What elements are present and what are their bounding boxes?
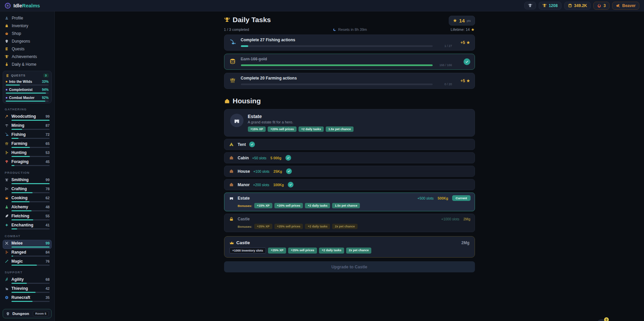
quest-dot [6, 97, 7, 99]
skill-progress-fill [11, 192, 33, 193]
quest-item[interactable]: Completionist94% [6, 88, 49, 94]
skill-row-runecraft[interactable]: Runecraft35 [3, 294, 52, 303]
skill-row-fletching[interactable]: Fletching55 [3, 213, 52, 222]
skill-name: Alchemy [11, 205, 28, 209]
header-stat-trophies[interactable]: 1208 [539, 2, 561, 10]
skill-row-smithing[interactable]: Smithing99 [3, 176, 52, 185]
skill-level: 99 [46, 178, 50, 182]
skill-row-mining[interactable]: Mining87 [3, 122, 52, 131]
quest-progress-fill [6, 93, 46, 94]
skill-row-woodcutting[interactable]: Woodcutting99 [3, 113, 52, 122]
skill-row-cooking[interactable]: Cooking62 [3, 195, 52, 204]
skill-row-enchanting[interactable]: Enchanting41 [3, 222, 52, 231]
task-progress-count: 166 / 166 [435, 63, 452, 67]
skill-row-hunting[interactable]: Hunting53 [3, 149, 52, 158]
streak-icon [597, 3, 601, 8]
skill-level: 42 [46, 286, 50, 290]
housing-tier-manor[interactable]: Manor+200 slots100Kg [224, 179, 475, 190]
tasks-reset-timer: Resets in 8h 39m [333, 28, 367, 32]
quest-tracker-header: QUESTS 3 [6, 73, 49, 77]
skill-progress-fill [11, 120, 50, 121]
skill-row-top: Melee99 [5, 241, 50, 246]
quest-item[interactable]: Into the Wilds33% [6, 79, 49, 86]
quest-name: Into the Wilds [9, 79, 32, 84]
skill-row-thieving[interactable]: Thieving42 [3, 285, 52, 294]
housing-title: Housing [224, 97, 475, 105]
task-progress-fill [241, 45, 249, 47]
check-icon [289, 183, 292, 186]
sidebar-item-profile[interactable]: Profile [3, 14, 52, 22]
skill-row-farming[interactable]: Farming65 [3, 140, 52, 149]
daily-tasks-title: Daily Tasks [224, 16, 271, 24]
quest-scroll-icon [6, 74, 9, 77]
skill-row-magic[interactable]: Magic76 [3, 258, 52, 267]
tier-main-row: Castle+1000 slots2Mg [228, 216, 471, 222]
skill-row-alchemy[interactable]: Alchemy48 [3, 204, 52, 213]
current-house-bonuses: +15% XP+20% sell prices+2 daily tasks1.5… [248, 126, 354, 132]
housing-tier-castle[interactable]: Castle+1000 slots2MgBonuses:+25% XP+25% … [224, 214, 475, 232]
quest-item[interactable]: Combat Master92% [6, 96, 49, 102]
task-card[interactable]: Earn 166 gold166 / 166 [224, 54, 475, 70]
skill-name: Melee [11, 241, 22, 246]
fish-icon [5, 132, 9, 137]
tier-right: +1000 slots2Mg [441, 217, 471, 221]
sidebar-item-label: Profile [12, 16, 23, 20]
header-stat-gold-value: 349.2K [574, 3, 587, 8]
anvil-icon [5, 178, 9, 182]
task-progress-row: 0 / 20 [241, 83, 452, 86]
housing-tier-estate[interactable]: Estate+500 slots500KgCurrentBonuses:+15%… [224, 193, 475, 211]
sidebar-item-shop[interactable]: Shop [3, 30, 52, 37]
skull-icon [5, 39, 9, 43]
next-house-bonuses: +1000 inventory slots+25% XP+25% sell pr… [229, 248, 470, 254]
skill-row-crafting[interactable]: Crafting78 [3, 185, 52, 195]
skill-row-foraging[interactable]: Foraging45 [3, 158, 52, 167]
task-title: Earn 166 gold [241, 57, 452, 61]
quest-tracker-panel[interactable]: QUESTS 3 Into the Wilds33%Completionist9… [3, 71, 52, 103]
skill-row-melee[interactable]: Melee99 [3, 240, 52, 249]
sidebar-item-quests[interactable]: Quests [3, 45, 52, 53]
upgrade-button[interactable]: Upgrade to Castle [224, 261, 475, 272]
skill-progress-fill [11, 147, 30, 148]
task-card[interactable]: Complete 20 Farming actions0 / 20+5 [224, 73, 475, 89]
skill-row-fishing[interactable]: Fishing72 [3, 131, 52, 140]
header-stat-pet[interactable]: Beaver [612, 2, 639, 10]
skill-row-agility[interactable]: Agility68 [3, 276, 52, 285]
section-label-support: SUPPORT [5, 271, 50, 274]
dungeon-status[interactable]: Dungeon Room 5 [3, 309, 52, 318]
task-progressbar [241, 45, 433, 47]
tier-bonuses-row: Bonuses:+25% XP+25% sell prices+2 daily … [238, 224, 471, 229]
tier-right: +200 slots100Kg [253, 182, 294, 188]
sidebar-nav: ProfileInventoryShopDungeonsQuestsAchiev… [3, 14, 52, 68]
housing-tier-cabin[interactable]: Cabin+50 slots5 000g [224, 152, 475, 163]
task-points-badge[interactable]: 14 pts [449, 16, 475, 25]
housing-tier-tent[interactable]: Tent [224, 139, 475, 150]
tier-owned-check [285, 155, 291, 161]
header-stat-gold[interactable]: 349.2K [564, 2, 591, 10]
skill-progress-fill [11, 210, 32, 211]
task-card[interactable]: Complete 27 Fishing actions1 / 27+5 [224, 35, 475, 51]
skill-row-top: Mining87 [5, 123, 50, 128]
tier-main-row: Cabin+50 slots5 000g [228, 155, 291, 161]
sidebar-item-label: Daily & Home [12, 62, 36, 67]
sidebar-item-inventory[interactable]: Inventory [3, 22, 52, 30]
trophy-icon [5, 55, 9, 59]
skill-name: Mining [11, 123, 24, 128]
sidebar-item-daily-home[interactable]: Daily & Home [3, 60, 52, 68]
sidebar-item-achievements[interactable]: Achievements [3, 53, 52, 60]
skill-name: Ranged [11, 250, 26, 255]
tier-main-row: Tent [228, 142, 255, 147]
header-stat-monuments[interactable] [524, 2, 536, 9]
skill-level: 62 [46, 196, 50, 200]
housing-tier-house[interactable]: House+100 slots25Kg [224, 166, 475, 177]
sidebar-item-label: Dungeons [12, 39, 30, 44]
sidebar-item-dungeons[interactable]: Dungeons [3, 37, 52, 45]
house-icon [229, 169, 234, 173]
skill-row-ranged[interactable]: Ranged84 [3, 249, 52, 258]
skill-progress-fill [11, 219, 33, 220]
skill-progress-fill [11, 201, 30, 202]
header-stat-streak[interactable]: 3 [593, 2, 609, 10]
skill-row-top: Cooking62 [5, 196, 50, 200]
skill-progressbar [11, 129, 50, 130]
current-house-name: Estate [248, 114, 354, 119]
skill-progressbar [11, 301, 50, 302]
